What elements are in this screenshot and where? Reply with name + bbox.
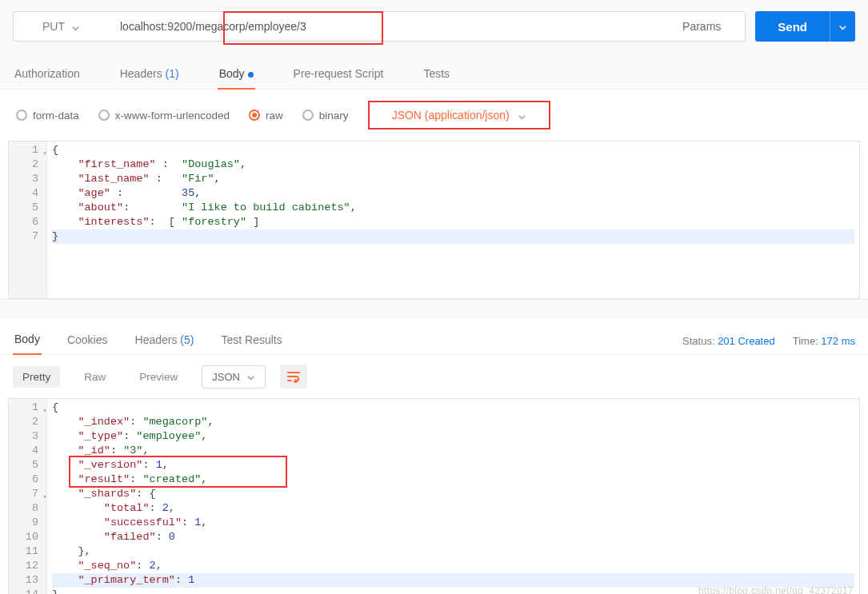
url-input[interactable] xyxy=(109,11,658,42)
radio-raw[interactable]: raw xyxy=(249,110,283,122)
content-type-highlight: JSON (application/json) xyxy=(368,101,550,130)
status-value: 201 Created xyxy=(718,335,775,347)
tab-body[interactable]: Body xyxy=(218,61,255,90)
view-preview[interactable]: Preview xyxy=(130,366,187,388)
content-type-select[interactable]: JSON (application/json) xyxy=(378,106,541,125)
radio-icon xyxy=(16,110,27,121)
resp-tab-headers[interactable]: Headers (5) xyxy=(134,329,196,354)
modified-dot-icon xyxy=(248,72,254,78)
response-format-select[interactable]: JSON xyxy=(202,365,266,389)
request-tabs: Authorization Headers (1) Body Pre-reque… xyxy=(0,53,868,90)
radio-form-data[interactable]: form-data xyxy=(16,110,79,122)
tab-tests[interactable]: Tests xyxy=(422,61,451,89)
http-method-select[interactable]: PUT xyxy=(13,11,109,42)
tab-headers[interactable]: Headers (1) xyxy=(118,61,181,89)
send-dropdown-button[interactable] xyxy=(830,11,855,42)
chevron-down-icon xyxy=(838,22,847,31)
line-gutter: 1234567 xyxy=(9,142,47,298)
code-area[interactable]: { "first_name" : "Douglas", "last_name" … xyxy=(47,142,859,298)
radio-icon xyxy=(98,110,110,121)
body-type-options: form-data x-www-form-urlencoded raw bina… xyxy=(0,90,868,134)
request-body-editor[interactable]: 1234567 { "first_name" : "Douglas", "las… xyxy=(8,141,860,299)
resp-tab-test-results[interactable]: Test Results xyxy=(219,329,283,354)
send-button[interactable]: Send xyxy=(755,11,830,42)
time-value: 172 ms xyxy=(821,335,855,347)
chevron-down-icon xyxy=(71,22,80,31)
view-raw[interactable]: Raw xyxy=(74,366,115,388)
radio-icon xyxy=(302,110,314,121)
resp-tab-cookies[interactable]: Cookies xyxy=(66,329,110,354)
view-pretty[interactable]: Pretty xyxy=(13,366,60,388)
tab-prerequest[interactable]: Pre-request Script xyxy=(292,61,386,89)
http-method-label: PUT xyxy=(42,20,65,33)
params-button[interactable]: Params xyxy=(658,11,746,42)
radio-binary[interactable]: binary xyxy=(302,110,349,122)
resp-tab-body[interactable]: Body xyxy=(13,328,42,355)
line-wrap-button[interactable] xyxy=(280,365,307,389)
tab-authorization[interactable]: Authorization xyxy=(13,61,82,89)
response-body-viewer[interactable]: 1234567891011121314 { "_index": "megacor… xyxy=(8,398,860,594)
radio-urlencoded[interactable]: x-www-form-urlencoded xyxy=(98,110,230,122)
time-label: Time: 172 ms xyxy=(793,335,855,347)
radio-icon xyxy=(249,110,260,121)
code-area: { "_index": "megacorp", "_type": "employ… xyxy=(47,399,859,594)
response-view-bar: Pretty Raw Preview JSON xyxy=(0,355,868,398)
chevron-down-icon xyxy=(518,111,526,120)
response-tabs: Body Cookies Headers (5) Test Results St… xyxy=(0,318,868,355)
line-gutter: 1234567891011121314 xyxy=(9,399,47,594)
watermark: https://blog.csdn.net/qq_42372017 xyxy=(698,585,854,594)
status-label: Status: 201 Created xyxy=(682,335,775,347)
chevron-down-icon xyxy=(246,373,255,381)
